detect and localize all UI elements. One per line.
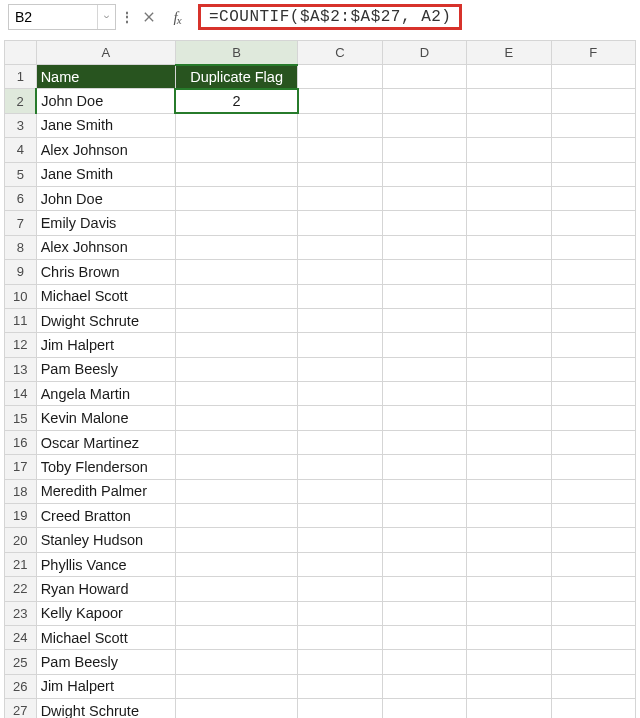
cell-F1[interactable] [551, 65, 635, 89]
cell-F18[interactable] [551, 479, 635, 503]
col-header-C[interactable]: C [298, 41, 382, 65]
row-header[interactable]: 17 [5, 455, 37, 479]
cell-D26[interactable] [382, 674, 466, 698]
cell-F12[interactable] [551, 333, 635, 357]
row-header[interactable]: 13 [5, 357, 37, 381]
cell-B26[interactable] [175, 674, 297, 698]
cell-A26[interactable]: Jim Halpert [36, 674, 175, 698]
cell-F2[interactable] [551, 89, 635, 113]
cell-C4[interactable] [298, 138, 382, 162]
cell-E16[interactable] [467, 430, 551, 454]
cell-E10[interactable] [467, 284, 551, 308]
spreadsheet-grid[interactable]: A B C D E F 1NameDuplicate Flag2John Doe… [4, 40, 636, 718]
cell-B27[interactable] [175, 699, 297, 718]
insert-function-button[interactable]: fx [166, 4, 188, 30]
cell-D27[interactable] [382, 699, 466, 718]
cell-E13[interactable] [467, 357, 551, 381]
cell-A3[interactable]: Jane Smith [36, 113, 175, 137]
cell-C5[interactable] [298, 162, 382, 186]
row-header[interactable]: 3 [5, 113, 37, 137]
cell-A19[interactable]: Creed Bratton [36, 504, 175, 528]
cell-B2[interactable]: 2 [175, 89, 297, 113]
cell-B1[interactable]: Duplicate Flag [175, 65, 297, 89]
cell-F22[interactable] [551, 577, 635, 601]
cell-E4[interactable] [467, 138, 551, 162]
cell-A17[interactable]: Toby Flenderson [36, 455, 175, 479]
cell-D1[interactable] [382, 65, 466, 89]
row-header[interactable]: 25 [5, 650, 37, 674]
cell-C22[interactable] [298, 577, 382, 601]
formula-input-wrap[interactable]: =COUNTIF($A$2:$A$27, A2) [198, 4, 634, 30]
cell-E3[interactable] [467, 113, 551, 137]
cell-A18[interactable]: Meredith Palmer [36, 479, 175, 503]
select-all-corner[interactable] [5, 41, 37, 65]
cell-B3[interactable] [175, 113, 297, 137]
formula-input[interactable]: =COUNTIF($A$2:$A$27, A2) [198, 4, 462, 30]
cell-E14[interactable] [467, 382, 551, 406]
row-header[interactable]: 1 [5, 65, 37, 89]
cell-E15[interactable] [467, 406, 551, 430]
cell-B6[interactable] [175, 186, 297, 210]
col-header-F[interactable]: F [551, 41, 635, 65]
cell-F26[interactable] [551, 674, 635, 698]
row-header[interactable]: 20 [5, 528, 37, 552]
row-header[interactable]: 18 [5, 479, 37, 503]
col-header-E[interactable]: E [467, 41, 551, 65]
cell-D9[interactable] [382, 260, 466, 284]
cell-F16[interactable] [551, 430, 635, 454]
cell-D15[interactable] [382, 406, 466, 430]
cell-C16[interactable] [298, 430, 382, 454]
cell-B14[interactable] [175, 382, 297, 406]
cell-E8[interactable] [467, 235, 551, 259]
cell-D7[interactable] [382, 211, 466, 235]
cell-F11[interactable] [551, 308, 635, 332]
cell-A15[interactable]: Kevin Malone [36, 406, 175, 430]
cell-F6[interactable] [551, 186, 635, 210]
cell-F5[interactable] [551, 162, 635, 186]
cell-C2[interactable] [298, 89, 382, 113]
cell-A24[interactable]: Michael Scott [36, 625, 175, 649]
cell-F20[interactable] [551, 528, 635, 552]
cell-C8[interactable] [298, 235, 382, 259]
cell-B11[interactable] [175, 308, 297, 332]
cancel-button[interactable] [138, 4, 160, 30]
cell-E5[interactable] [467, 162, 551, 186]
cell-A22[interactable]: Ryan Howard [36, 577, 175, 601]
cell-F14[interactable] [551, 382, 635, 406]
cell-E22[interactable] [467, 577, 551, 601]
cell-F23[interactable] [551, 601, 635, 625]
cell-A10[interactable]: Michael Scott [36, 284, 175, 308]
cell-B19[interactable] [175, 504, 297, 528]
cell-B17[interactable] [175, 455, 297, 479]
cell-F10[interactable] [551, 284, 635, 308]
cell-E17[interactable] [467, 455, 551, 479]
row-header[interactable]: 27 [5, 699, 37, 718]
cell-E20[interactable] [467, 528, 551, 552]
cell-A4[interactable]: Alex Johnson [36, 138, 175, 162]
cell-C17[interactable] [298, 455, 382, 479]
cell-E12[interactable] [467, 333, 551, 357]
cell-C18[interactable] [298, 479, 382, 503]
cell-F8[interactable] [551, 235, 635, 259]
cell-C13[interactable] [298, 357, 382, 381]
cell-F3[interactable] [551, 113, 635, 137]
cell-E9[interactable] [467, 260, 551, 284]
cell-B12[interactable] [175, 333, 297, 357]
cell-F17[interactable] [551, 455, 635, 479]
cell-F24[interactable] [551, 625, 635, 649]
cell-A12[interactable]: Jim Halpert [36, 333, 175, 357]
row-header[interactable]: 15 [5, 406, 37, 430]
cell-A11[interactable]: Dwight Schrute [36, 308, 175, 332]
cell-A2[interactable]: John Doe [36, 89, 175, 113]
cell-E1[interactable] [467, 65, 551, 89]
cell-D11[interactable] [382, 308, 466, 332]
cell-D17[interactable] [382, 455, 466, 479]
cell-A13[interactable]: Pam Beesly [36, 357, 175, 381]
cell-B25[interactable] [175, 650, 297, 674]
cell-B8[interactable] [175, 235, 297, 259]
cell-E6[interactable] [467, 186, 551, 210]
cell-F9[interactable] [551, 260, 635, 284]
cell-A27[interactable]: Dwight Schrute [36, 699, 175, 718]
cell-B20[interactable] [175, 528, 297, 552]
cell-D19[interactable] [382, 504, 466, 528]
